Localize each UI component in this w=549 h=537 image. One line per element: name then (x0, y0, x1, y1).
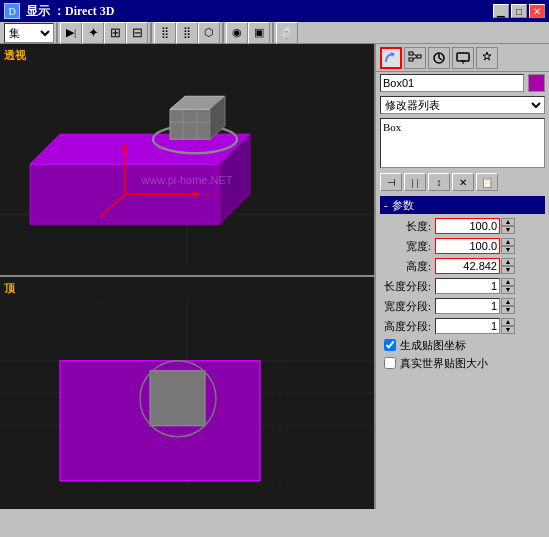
param-label-length-segs: 长度分段: (380, 279, 435, 294)
spin-down-height[interactable]: ▼ (501, 266, 515, 274)
param-label-height: 高度: (380, 259, 435, 274)
param-input-height[interactable] (435, 258, 500, 274)
right-panel: 修改器列表 Box ⊣ | | ↕ ✕ 📋 - 参数 长度: (374, 44, 549, 509)
params-collapse-icon[interactable]: - (384, 199, 388, 211)
viewport-top-label: 透视 (4, 48, 26, 63)
param-row-height: 高度: ▲ ▼ (376, 256, 549, 276)
toolbar-btn-render[interactable]: ◉ (226, 22, 248, 44)
panel-btn-display[interactable] (452, 47, 474, 69)
checkbox-mapcoords[interactable] (384, 339, 396, 351)
modifier-list[interactable]: Box (380, 118, 545, 168)
spin-up-length[interactable]: ▲ (501, 218, 515, 226)
toolbar-btn-snap[interactable]: ⣿ (176, 22, 198, 44)
param-input-width[interactable] (435, 238, 500, 254)
checkbox-row-realworld: 真实世界贴图大小 (376, 354, 549, 372)
toolbar-btn-camera[interactable]: ▣ (248, 22, 270, 44)
spin-up-width-segs[interactable]: ▲ (501, 298, 515, 306)
spin-down-length-segs[interactable]: ▼ (501, 286, 515, 294)
panel-btn-utilities[interactable] (476, 47, 498, 69)
toolbar-btn-mirror[interactable]: ⬡ (198, 22, 220, 44)
maximize-button[interactable]: □ (511, 4, 527, 18)
menu-select[interactable]: 集 (4, 23, 54, 43)
param-spinner-length: ▲ ▼ (501, 218, 515, 234)
viewport-bottom-label: 顶 (4, 281, 15, 296)
motion-icon (432, 51, 446, 65)
object-name-input[interactable] (380, 74, 524, 92)
toolbar-separator (56, 23, 58, 43)
scene-bottom: 顶 (0, 277, 374, 510)
viewport-top[interactable]: 透视 (0, 44, 374, 277)
param-input-height-segs[interactable] (435, 318, 500, 334)
minimize-button[interactable]: ▁ (493, 4, 509, 18)
svg-marker-4 (30, 134, 250, 164)
svg-rect-28 (150, 370, 205, 425)
spin-up-length-segs[interactable]: ▲ (501, 278, 515, 286)
param-input-width-segs[interactable] (435, 298, 500, 314)
scene-top: 透视 (0, 44, 374, 275)
param-input-length[interactable] (435, 218, 500, 234)
param-label-width: 宽度: (380, 239, 435, 254)
title-text: 显示 ：Direct 3D (26, 3, 114, 20)
checkbox-row-mapcoords: 生成贴图坐标 (376, 336, 549, 354)
svg-line-37 (439, 58, 442, 60)
spin-down-length[interactable]: ▼ (501, 226, 515, 234)
param-label-length: 长度: (380, 219, 435, 234)
param-row-length: 长度: ▲ ▼ (376, 216, 549, 236)
toolbar-separator-3 (222, 23, 224, 43)
spin-up-height[interactable]: ▲ (501, 258, 515, 266)
panel-btn-motion[interactable] (428, 47, 450, 69)
svg-line-34 (413, 56, 417, 59)
display-icon (456, 51, 470, 65)
hierarchy-icon (408, 51, 422, 65)
toolbar-btn-select[interactable]: ▶| (60, 22, 82, 44)
svg-rect-32 (417, 55, 421, 58)
action-btn-config[interactable]: 📋 (476, 173, 498, 191)
svg-line-33 (413, 53, 417, 56)
toolbar-btn-rotate[interactable]: ⊞ (104, 22, 126, 44)
viewport-area[interactable]: 透视 (0, 44, 374, 509)
spin-down-height-segs[interactable]: ▼ (501, 326, 515, 334)
toolbar-btn-scale[interactable]: ⊟ (126, 22, 148, 44)
panel-toolbar (376, 44, 549, 72)
color-swatch[interactable] (528, 74, 545, 92)
svg-rect-38 (457, 53, 469, 61)
panel-btn-modify[interactable] (380, 47, 402, 69)
action-btn-delete[interactable]: ✕ (452, 173, 474, 191)
utilities-icon (480, 51, 494, 65)
panel-actions: ⊣ | | ↕ ✕ 📋 (376, 170, 549, 194)
param-spinner-height-segs: ▲ ▼ (501, 318, 515, 334)
svg-rect-31 (409, 58, 413, 61)
action-btn-show[interactable]: | | (404, 173, 426, 191)
action-btn-pin[interactable]: ⊣ (380, 173, 402, 191)
title-bar-left: D 显示 ：Direct 3D (4, 3, 114, 20)
viewport-bottom[interactable]: 顶 (0, 277, 374, 510)
svg-text:www.pi-home.NET: www.pi-home.NET (140, 174, 232, 186)
action-btn-on-off[interactable]: ↕ (428, 173, 450, 191)
checkbox-realworld[interactable] (384, 357, 396, 369)
spin-down-width-segs[interactable]: ▼ (501, 306, 515, 314)
modifier-dropdown[interactable]: 修改器列表 (380, 96, 545, 114)
panel-btn-hierarchy[interactable] (404, 47, 426, 69)
modifier-item-box[interactable]: Box (383, 121, 542, 133)
svg-rect-30 (409, 52, 413, 55)
param-input-length-segs[interactable] (435, 278, 500, 294)
toolbar-btn-move[interactable]: ✦ (82, 22, 104, 44)
toolbar-btn-grid[interactable]: ⣿ (154, 22, 176, 44)
close-button[interactable]: ✕ (529, 4, 545, 18)
viewport-svg-top: x w (0, 44, 374, 275)
title-buttons[interactable]: ▁ □ ✕ (493, 4, 545, 18)
toolbar-separator-2 (150, 23, 152, 43)
params-header: - 参数 (380, 196, 545, 214)
param-spinner-width-segs: ▲ ▼ (501, 298, 515, 314)
spin-up-height-segs[interactable]: ▲ (501, 318, 515, 326)
modify-icon (383, 50, 399, 66)
params-title: 参数 (392, 198, 414, 213)
toolbar-btn-tea[interactable]: 🍵 (276, 22, 298, 44)
spin-down-width[interactable]: ▼ (501, 246, 515, 254)
param-spinner-width: ▲ ▼ (501, 238, 515, 254)
param-row-width-segs: 宽度分段: ▲ ▼ (376, 296, 549, 316)
menu-bar: 集 ▶| ✦ ⊞ ⊟ ⣿ ⣿ ⬡ ◉ ▣ 🍵 (0, 22, 549, 44)
dropdown-row: 修改器列表 (376, 94, 549, 116)
spin-up-width[interactable]: ▲ (501, 238, 515, 246)
app-icon: D (4, 3, 20, 19)
